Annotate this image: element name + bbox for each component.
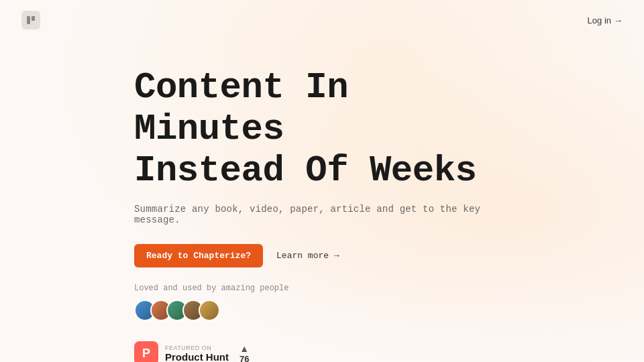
hero-title-line2: Instead Of Weeks [134, 150, 476, 191]
cta-row: Ready to Chapterize? Learn more → [134, 244, 510, 267]
vote-arrow: ▲ [239, 343, 249, 354]
login-button[interactable]: Log in → [588, 15, 623, 25]
svg-rect-1 [32, 16, 35, 21]
cta-secondary-button[interactable]: Learn more → [276, 251, 339, 261]
product-hunt-info: FEATURED ON Product Hunt [165, 345, 229, 362]
product-hunt-label: FEATURED ON [165, 345, 229, 351]
product-hunt-area: P FEATURED ON Product Hunt ▲ 76 [0, 341, 644, 362]
login-label: Log in [588, 15, 611, 25]
svg-rect-0 [27, 16, 30, 24]
hero-title: Content In Minutes Instead Of Weeks [134, 67, 510, 192]
avatar-group [134, 300, 510, 321]
social-proof-text: Loved and used by amazing people [134, 284, 510, 293]
hero-section: Content In Minutes Instead Of Weeks Summ… [0, 40, 644, 341]
product-hunt-logo: P [134, 341, 158, 362]
avatar [199, 300, 220, 321]
header: Log in → [0, 0, 644, 40]
cta-primary-button[interactable]: Ready to Chapterize? [134, 244, 263, 267]
product-hunt-votes: ▲ 76 [239, 343, 249, 362]
hero-title-line1: Content In Minutes [134, 67, 348, 149]
product-hunt-card: P FEATURED ON Product Hunt ▲ 76 [134, 341, 510, 362]
hero-subtitle: Summarize any book, video, paper, articl… [134, 204, 510, 225]
vote-count: 76 [239, 354, 249, 362]
login-arrow: → [614, 15, 623, 25]
logo [21, 11, 40, 29]
product-hunt-name: Product Hunt [165, 351, 229, 362]
